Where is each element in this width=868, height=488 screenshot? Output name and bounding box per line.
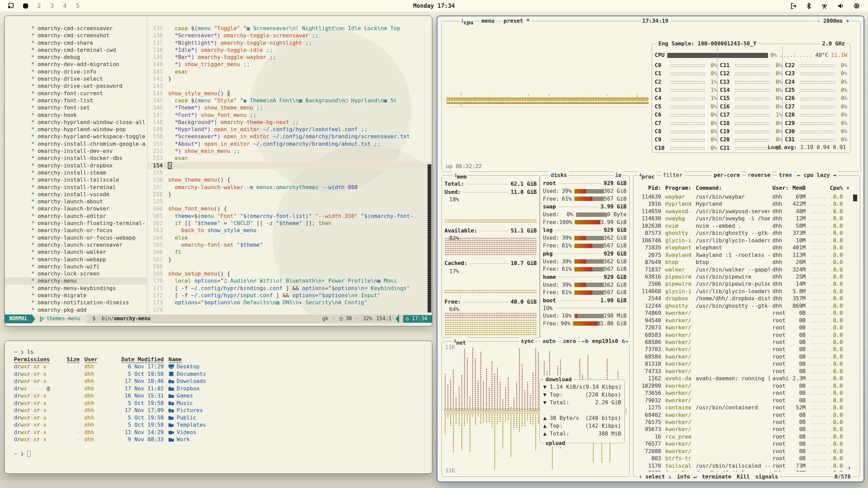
file-list-item[interactable]: *omarchy-drive-set-password — [5, 82, 147, 89]
chip-icon[interactable] — [853, 3, 860, 9]
column-cpu[interactable]: Cpu% — [823, 184, 843, 192]
process-row[interactable]: 71835elephantelephantdhh401M..... ....0.… — [633, 244, 860, 251]
process-row[interactable]: 74869kworker/root0B..... ....0.0 — [633, 309, 860, 317]
file-list-item[interactable]: *omarchy-cmd-screenshot — [5, 32, 147, 39]
process-row[interactable]: 68584kworker/root0B..... ....0.0 — [633, 353, 860, 360]
column-pid[interactable]: Pid: — [636, 184, 661, 192]
file-list-item[interactable]: *omarchy-launch-about — [5, 198, 147, 205]
process-row[interactable]: 114659swayosd-/usr/bin/swayosd-serverdhh… — [633, 208, 860, 215]
menu-button[interactable]: menu — [480, 17, 496, 25]
file-list-item[interactable]: *omarchy-install-steam — [5, 169, 147, 176]
file-list-item[interactable]: *omarchy-launch-wifi — [5, 263, 147, 270]
disks-box-title[interactable]: disks — [549, 171, 569, 179]
file-list-item[interactable]: *omarchy-font-set — [5, 104, 147, 111]
file-list-item[interactable]: *omarchy-install-docker-dbs — [5, 155, 147, 162]
file-list-item[interactable]: *omarchy-launch-screensaver — [5, 241, 147, 248]
file-list-item[interactable]: *omarchy-cmd-screensaver — [5, 25, 147, 32]
column-program[interactable]: Program: — [665, 184, 691, 192]
process-row[interactable]: 73703kworker/root0B..... ....0.0 — [633, 346, 860, 353]
radio-icon[interactable] — [821, 3, 828, 9]
file-list-item[interactable]: *omarchy-drive-info — [5, 68, 147, 75]
file-list-item[interactable]: *omarchy-hyprland-window-close-all — [5, 119, 147, 126]
memory-box-title[interactable]: 2mem — [453, 171, 468, 181]
file-list-item[interactable]: *omarchy-hyprland-window-pop — [5, 126, 147, 133]
file-list-item[interactable]: *omarchy-dev-add-migration — [5, 61, 147, 68]
file-list-item[interactable]: *omarchy-menu-keybindings — [5, 285, 147, 292]
process-row[interactable]: 87573ghostty/usr/bin/ghostty --gtk-dhh37… — [633, 229, 860, 237]
file-list-item[interactable]: *omarchy-font-current — [5, 90, 147, 97]
column-memb[interactable]: MemB — [782, 184, 806, 192]
process-row[interactable]: 803btrfs-trroot0B..... ....0.0 — [633, 455, 860, 462]
process-row[interactable]: 1916HyprlandHyprlanddhh422M..... ....0.0 — [633, 200, 860, 207]
file-list-item[interactable]: *omarchy-pkg-add — [5, 306, 147, 313]
logout-icon[interactable] — [790, 3, 797, 9]
process-row[interactable]: 2544dropbox/home/dhh/.dropbox-distdhh357… — [633, 295, 860, 302]
editor-scrollbar[interactable] — [428, 164, 431, 312]
process-row[interactable]: 79032kworker/root0B..... ....0.0 — [633, 397, 860, 404]
process-row[interactable]: 2506pipewire/usr/bin/pipewire-pulsedhh14… — [633, 280, 860, 287]
file-list-item[interactable]: *omarchy-debug — [5, 54, 147, 61]
scroll-down-icon[interactable]: ↓ — [848, 464, 851, 471]
process-row[interactable]: 1162avahi-daavahi-daemon: running [avahi… — [633, 375, 860, 382]
process-row[interactable]: 76577kworker/root0B..... ....0.0 — [633, 440, 860, 447]
file-list-item[interactable]: *omarchy-launch-walker — [5, 248, 147, 256]
volume-icon[interactable] — [837, 3, 844, 9]
file-list-item[interactable]: *omarchy-install-chromium-google-a — [5, 140, 147, 147]
process-row[interactable]: 63816pipewire/usr/bin/pipewiredhh25M....… — [633, 273, 860, 280]
signals-button[interactable]: signals — [755, 473, 778, 481]
process-row[interactable]: 2075XwaylandXwayland :1 -rootless -dhh11… — [633, 251, 860, 259]
file-list-item[interactable]: *omarchy-cmd-share — [5, 39, 147, 46]
tree-toggle[interactable]: tree — [777, 171, 794, 179]
process-row[interactable]: 87649btopbtopdhh26M..... ....0.0 — [633, 259, 860, 266]
file-list-item[interactable]: *omarchy-cmd-terminal-cwd — [5, 46, 147, 54]
update-interval[interactable]: - 2000ms + — [815, 17, 851, 25]
process-row[interactable]: 68583kworker/root0B..... ....0.0 — [633, 331, 860, 339]
file-list-item[interactable]: *omarchy-hook — [5, 111, 147, 119]
process-row[interactable]: 71837walker/usr/bin/walker --gappldhh324… — [633, 266, 860, 273]
process-row[interactable]: 102638nvimnvim --embed .dhh58M..... ....… — [633, 222, 860, 229]
process-row[interactable]: 114639waybar/usr/bin/waybardhh69M..... .… — [633, 193, 860, 200]
sort-column-selector[interactable]: ← cpu lazy → — [795, 171, 838, 179]
process-row[interactable]: 1170tailscal/usr/sbin/tailscaled --root7… — [633, 462, 860, 469]
io-toggle[interactable]: io — [613, 171, 623, 179]
bluetooth-icon[interactable] — [806, 3, 811, 9]
process-row[interactable]: 12244ghostty/usr/bin/ghostty --gtk-dhh86… — [633, 302, 860, 309]
filter-button[interactable]: filter — [661, 171, 684, 179]
file-list-item[interactable]: *omarchy-install-dropbox — [5, 162, 147, 169]
file-list-item[interactable]: *omarchy-hyprland-workspace-toggle — [5, 133, 147, 140]
process-row[interactable]: 114630swaybg/usr/bin/swaybg -i /homdhh12… — [633, 215, 860, 222]
process-row[interactable]: 68586kworker/root0B..... ....0.0 — [633, 339, 860, 346]
file-list-item[interactable]: *omarchy-launch-browser — [5, 205, 147, 212]
file-explorer-pane[interactable]: *omarchy-cmd-screensaver*omarchy-cmd-scr… — [5, 25, 147, 313]
process-row[interactable]: 94540kworker/root0B..... ....0.0 — [633, 317, 860, 324]
file-list-item[interactable]: *omarchy-install-dev-env — [5, 147, 147, 155]
process-row[interactable]: 76575kworker/root0B..... ....0.0 — [633, 419, 860, 426]
kill-button[interactable]: Kill — [737, 473, 750, 481]
file-list-item[interactable]: *omarchy-notification-dismiss — [5, 299, 147, 306]
process-row[interactable]: 68402kworker/root0B..... ....0.0 — [633, 411, 860, 419]
process-row[interactable]: 74733kworker/root0B..... ....0.0 — [633, 368, 860, 375]
file-list-item[interactable]: *omarchy-launch-or-focus — [5, 227, 147, 234]
file-list-item[interactable]: *omarchy-menu — [5, 277, 147, 284]
info-button[interactable]: info ↵ — [677, 473, 696, 481]
process-row[interactable]: 73656kworker/root0B..... ....0.0 — [633, 389, 860, 396]
file-list-item[interactable]: *omarchy-migrate — [5, 292, 147, 299]
per-core-toggle[interactable]: per-core — [712, 171, 742, 179]
reverse-toggle[interactable]: reverse — [746, 171, 772, 179]
process-row[interactable]: 81310kworker/root0B..... ....0.0 — [633, 360, 860, 367]
preset-button[interactable]: preset * — [502, 17, 531, 25]
file-list-item[interactable]: *omarchy-launch-editor — [5, 212, 147, 220]
file-list-item[interactable]: *omarchy-font-list — [5, 97, 147, 104]
file-list-item[interactable]: *omarchy-install-terminal — [5, 184, 147, 191]
code-pane[interactable]: 135 case $(menu "Toggle" "▣ Screensaver\… — [147, 25, 432, 313]
file-list-item[interactable]: *omarchy-install-tailscale — [5, 176, 147, 183]
file-list-item[interactable]: *omarchy-launch-floating-terminal- — [5, 220, 147, 227]
process-row[interactable]: 102099kworker/root0B..... ....0.0 — [633, 382, 860, 389]
process-row[interactable]: 1275containe/usr/bin/containerdroot52M..… — [633, 404, 860, 411]
process-row[interactable]: 72073kworker/root0B..... ....0.0 — [633, 324, 860, 331]
process-row[interactable]: 16rcu_preeroot0B..... ....0.0 — [633, 433, 860, 440]
process-row[interactable]: 2125fcitx5/usr/bin/fcitx5dhh30M..... ...… — [633, 469, 860, 472]
terminate-button[interactable]: terminate — [702, 473, 731, 481]
process-row[interactable]: 95673kworker/root0B..... ....0.0 — [633, 426, 860, 433]
file-list-item[interactable]: *omarchy-launch-webapp — [5, 256, 147, 263]
